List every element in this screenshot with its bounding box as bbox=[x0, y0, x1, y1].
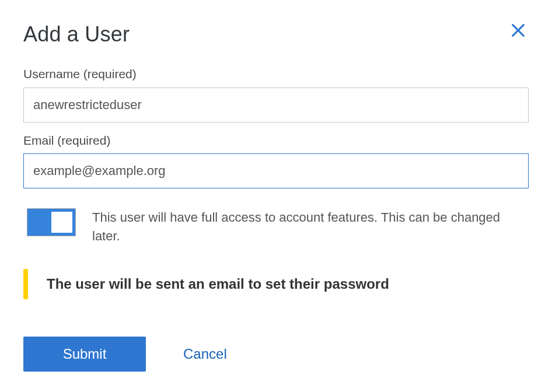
password-email-notice: The user will be sent an email to set th… bbox=[23, 269, 529, 299]
full-access-row: This user will have full access to accou… bbox=[23, 208, 529, 246]
dialog-title: Add a User bbox=[23, 20, 529, 49]
full-access-toggle[interactable] bbox=[27, 208, 76, 236]
close-icon bbox=[510, 22, 526, 38]
add-user-dialog: Add a User Username (required) Email (re… bbox=[0, 0, 552, 392]
notice-message: The user will be sent an email to set th… bbox=[47, 274, 389, 294]
username-label: Username (required) bbox=[23, 65, 529, 82]
dialog-actions: Submit Cancel bbox=[23, 337, 529, 372]
notice-bar bbox=[23, 269, 28, 299]
submit-button[interactable]: Submit bbox=[23, 337, 146, 372]
email-input[interactable] bbox=[23, 153, 529, 188]
username-field: Username (required) bbox=[23, 65, 529, 122]
email-label: Email (required) bbox=[23, 132, 529, 149]
email-field: Email (required) bbox=[23, 132, 529, 188]
close-button[interactable] bbox=[508, 20, 529, 41]
full-access-description: This user will have full access to accou… bbox=[92, 208, 529, 246]
toggle-knob bbox=[51, 212, 72, 233]
cancel-button[interactable]: Cancel bbox=[183, 346, 227, 362]
username-input[interactable] bbox=[23, 88, 529, 123]
